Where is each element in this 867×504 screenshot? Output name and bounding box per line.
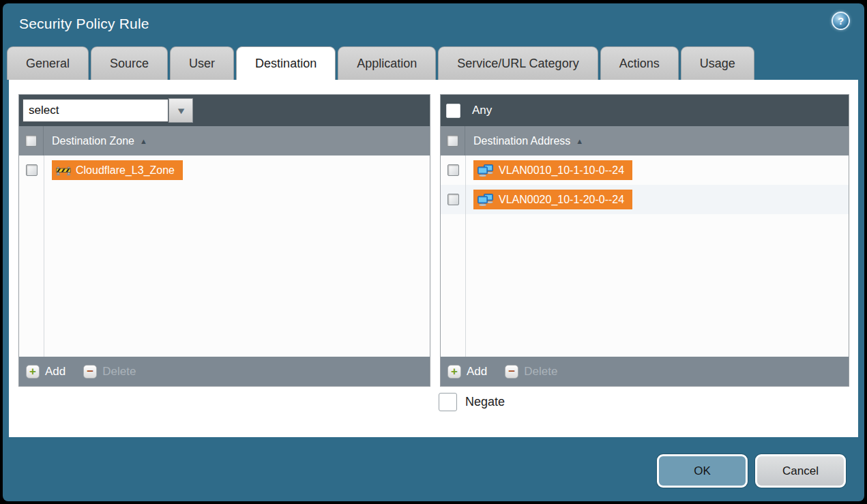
- table-row: VLAN0010_10-1-10-0--24: [441, 155, 849, 185]
- delete-button[interactable]: − Delete: [505, 365, 557, 379]
- cancel-button[interactable]: Cancel: [755, 454, 846, 488]
- select-all-addresses-checkbox[interactable]: [447, 135, 458, 147]
- tab-service-url-category[interactable]: Service/URL Category: [438, 46, 598, 80]
- help-icon[interactable]: ?: [832, 12, 850, 30]
- ok-button[interactable]: OK: [657, 454, 748, 488]
- tab-source[interactable]: Source: [91, 46, 168, 80]
- address-column-label-cell: Destination Address ▲: [465, 126, 583, 155]
- address-icon: [477, 164, 494, 177]
- tab-destination[interactable]: Destination: [236, 46, 336, 80]
- row-checkbox[interactable]: [447, 194, 459, 205]
- address-chip-label: VLAN0010_10-1-10-0--24: [499, 164, 624, 177]
- address-chip[interactable]: VLAN0020_10-1-20-0--24: [473, 190, 632, 209]
- dropdown-arrow-glyph: ▼: [175, 106, 186, 116]
- sort-asc-icon: ▲: [140, 137, 147, 145]
- column-header-label: Destination Zone: [52, 135, 134, 147]
- delete-button[interactable]: − Delete: [83, 365, 136, 379]
- any-bar: Any: [441, 95, 849, 126]
- page-title: Security Policy Rule: [19, 3, 149, 44]
- destination-address-panel: Any Destination Address ▲: [440, 94, 849, 387]
- any-label: Any: [472, 104, 492, 117]
- tab-actions[interactable]: Actions: [600, 46, 679, 80]
- title-bar: Security Policy Rule ?: [3, 3, 864, 44]
- any-checkbox[interactable]: [446, 104, 460, 118]
- table-row: Cloudflare_L3_Zone: [19, 155, 430, 185]
- dialog-content: ▼ Destination Zone ▲: [9, 80, 858, 437]
- zone-chip[interactable]: Cloudflare_L3_Zone: [52, 160, 183, 180]
- row-checkbox[interactable]: [447, 164, 459, 176]
- add-label: Add: [45, 365, 65, 379]
- table-row: VLAN0020_10-1-20-0--24: [441, 185, 849, 214]
- select-all-zones-checkbox[interactable]: [25, 135, 37, 147]
- tab-usage[interactable]: Usage: [681, 46, 754, 80]
- column-header-label: Destination Address: [473, 135, 570, 147]
- add-label: Add: [467, 365, 487, 379]
- tab-general[interactable]: General: [7, 46, 89, 80]
- address-chip-label: VLAN0020_10-1-20-0--24: [499, 194, 624, 206]
- address-column-header[interactable]: Destination Address ▲: [441, 126, 849, 155]
- security-policy-rule-dialog: Security Policy Rule ? General Source Us…: [3, 3, 864, 501]
- address-chip[interactable]: VLAN0010_10-1-10-0--24: [473, 160, 632, 180]
- chevron-down-icon[interactable]: ▼: [168, 98, 193, 123]
- delete-icon: −: [83, 365, 97, 379]
- add-button[interactable]: + Add: [26, 365, 65, 379]
- address-panel-footer: + Add − Delete: [441, 357, 849, 386]
- add-icon: +: [447, 365, 461, 379]
- help-glyph: ?: [838, 15, 844, 27]
- zone-panel-footer: + Add − Delete: [19, 357, 430, 386]
- row-checkbox-cell: [441, 185, 465, 214]
- row-checkbox-cell: [19, 155, 44, 185]
- zone-column-header[interactable]: Destination Zone ▲: [19, 126, 430, 155]
- zone-chip-label: Cloudflare_L3_Zone: [76, 164, 175, 177]
- zone-icon: [56, 165, 71, 176]
- row-checkbox-cell: [441, 155, 465, 185]
- tab-user[interactable]: User: [170, 46, 234, 80]
- add-button[interactable]: + Add: [447, 365, 487, 379]
- address-rows-area: VLAN0010_10-1-10-0--24: [441, 155, 849, 357]
- sort-asc-icon: ▲: [576, 137, 583, 145]
- add-icon: +: [26, 365, 40, 379]
- zone-header-checkbox-cell: [19, 126, 44, 155]
- negate-row: Negate: [439, 393, 505, 411]
- delete-icon: −: [505, 365, 518, 379]
- delete-label: Delete: [524, 365, 557, 379]
- zone-select-input[interactable]: [23, 99, 168, 122]
- row-checkbox[interactable]: [26, 164, 38, 176]
- negate-checkbox[interactable]: [439, 393, 457, 411]
- tab-bar: General Source User Destination Applicat…: [7, 46, 754, 80]
- zone-column-label-cell: Destination Zone ▲: [44, 126, 147, 155]
- delete-label: Delete: [102, 365, 136, 379]
- tab-application[interactable]: Application: [338, 46, 436, 80]
- zone-rows-area: Cloudflare_L3_Zone: [19, 155, 430, 357]
- dialog-button-row: OK Cancel: [657, 454, 846, 488]
- zone-select-bar: ▼: [19, 95, 430, 126]
- destination-zone-panel: ▼ Destination Zone ▲: [18, 94, 430, 387]
- negate-label: Negate: [465, 395, 505, 409]
- address-icon: [477, 194, 494, 206]
- address-header-checkbox-cell: [441, 126, 465, 155]
